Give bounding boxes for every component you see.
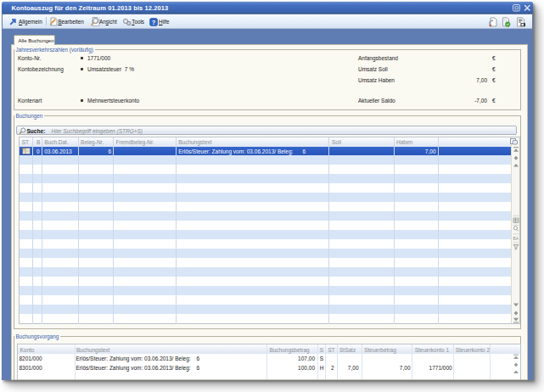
svg-text:?: ? — [152, 18, 156, 25]
svg-text:BA: BA — [513, 237, 519, 241]
